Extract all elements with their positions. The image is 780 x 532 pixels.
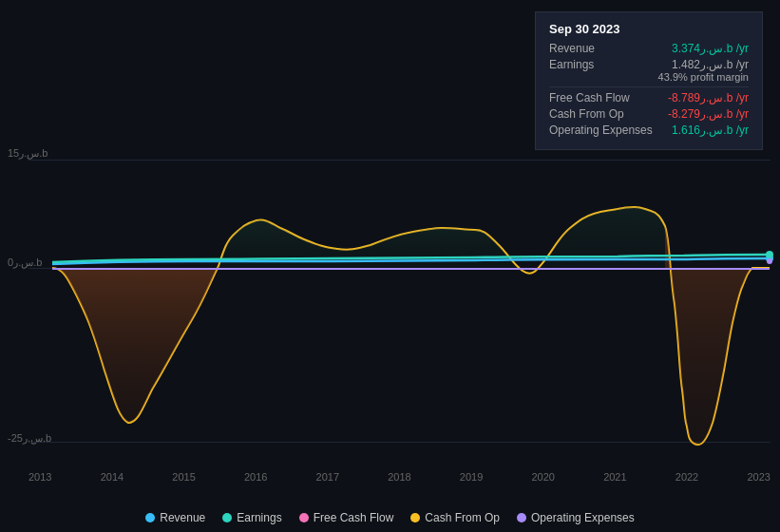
legend: Revenue Earnings Free Cash Flow Cash Fro… [0,511,780,524]
x-label-2018: 2018 [388,471,410,483]
legend-item-fcf: Free Cash Flow [299,511,394,524]
legend-label-cashfromop: Cash From Op [425,511,500,524]
x-axis-labels: 2013 2014 2015 2016 2017 2018 2019 2020 … [29,471,770,483]
x-label-2023: 2023 [747,471,770,483]
legend-item-opex: Operating Expenses [517,511,635,524]
x-label-2013: 2013 [29,471,51,483]
tooltip-earnings-row: Earnings 1.482س.ر.b /yr 43.9% profit mar… [549,58,749,83]
tooltip-fcf-row: Free Cash Flow -8.789س.ر.b /yr [549,91,749,104]
x-label-2017: 2017 [316,471,339,483]
tooltip-opex-value: 1.616س.ر.b /yr [672,124,749,137]
tooltip-opex-row: Operating Expenses 1.616س.ر.b /yr [549,124,749,137]
tooltip-revenue-value: 3.374س.ر.b /yr [672,42,749,55]
legend-label-earnings: Earnings [237,511,281,524]
tooltip-revenue-row: Revenue 3.374س.ر.b /yr [549,42,749,55]
tooltip-opex-label: Operating Expenses [549,124,653,137]
legend-dot-earnings [222,513,232,522]
legend-dot-cashfromop [410,513,420,522]
legend-label-fcf: Free Cash Flow [314,511,394,524]
tooltip-cashfromop-label: Cash From Op [549,107,624,121]
x-label-2022: 2022 [675,471,698,483]
legend-label-revenue: Revenue [160,511,205,524]
legend-dot-fcf [299,513,309,522]
tooltip-revenue-label: Revenue [549,42,595,55]
tooltip-fcf-value: -8.789س.ر.b /yr [668,91,749,104]
legend-item-cashfromop: Cash From Op [410,511,500,524]
tooltip-cashfromop-value: -8.279س.ر.b /yr [668,107,749,121]
x-label-2020: 2020 [531,471,554,483]
legend-dot-opex [517,513,526,522]
tooltip-cashfromop-row: Cash From Op -8.279س.ر.b /yr [549,107,749,121]
x-label-2014: 2014 [101,471,124,483]
tooltip-earnings-line1: Earnings 1.482س.ر.b /yr [549,58,749,71]
tooltip-fcf-label: Free Cash Flow [549,91,630,104]
legend-dot-revenue [145,513,155,522]
tooltip-box: Sep 30 2023 Revenue 3.374س.ر.b /yr Earni… [535,11,763,150]
x-label-2016: 2016 [244,471,267,483]
tooltip-earnings-value: 1.482س.ر.b /yr [672,58,749,71]
svg-point-2 [767,258,772,264]
x-label-2021: 2021 [603,471,626,483]
legend-item-revenue: Revenue [145,511,205,524]
legend-label-opex: Operating Expenses [531,511,635,524]
tooltip-date: Sep 30 2023 [549,22,749,36]
tooltip-separator [549,86,749,87]
tooltip-profit-margin: 43.9% profit margin [549,71,749,83]
svg-point-1 [766,251,773,258]
x-label-2019: 2019 [460,471,483,483]
x-label-2015: 2015 [172,471,195,483]
tooltip-earnings-label: Earnings [549,58,594,71]
legend-item-earnings: Earnings [222,511,281,524]
